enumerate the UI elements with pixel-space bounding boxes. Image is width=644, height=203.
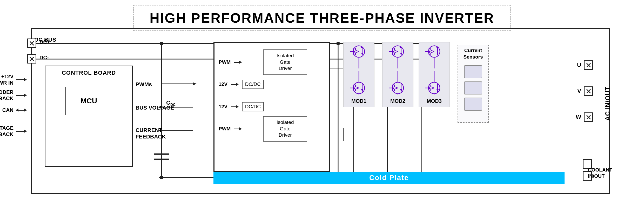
svg-line-69 xyxy=(394,50,398,52)
can-input-group: CAN xyxy=(1,107,28,113)
svg-line-43 xyxy=(355,50,359,52)
encoder-label: ENCODERFEEDBACK xyxy=(0,89,14,102)
mcu-box: MCU xyxy=(65,87,112,115)
encoder-input-group: ENCODERFEEDBACK xyxy=(0,89,28,102)
mod1-lower-igbt xyxy=(350,71,368,94)
svg-line-108 xyxy=(431,87,434,88)
pwm-bottom-label: PWM xyxy=(219,126,231,132)
12v-input-group: +12VPWR IN xyxy=(0,73,28,86)
dcdc-bottom: DC/DC xyxy=(242,102,264,111)
svg-marker-28 xyxy=(193,82,197,85)
dc-plus-connector xyxy=(27,39,36,48)
dc-minus-label: DC- xyxy=(39,55,49,61)
svg-line-96 xyxy=(431,52,434,53)
pwm-bottom-arrow xyxy=(234,129,242,129)
isolated-gate-driver-top: IsolatedGateDriver xyxy=(263,49,307,75)
pwm-top-arrow xyxy=(234,62,242,63)
encoder-arrow xyxy=(16,95,26,96)
mod3-label: MOD3 xyxy=(427,98,442,104)
svg-marker-97 xyxy=(429,51,431,53)
dcdc-top: DC/DC xyxy=(242,80,264,89)
voltage-input-group: VOLTAGEFEEDBACK xyxy=(0,125,28,137)
svg-point-8 xyxy=(160,42,163,45)
w-phase-label: W xyxy=(576,114,581,120)
v12-top-label: 12V xyxy=(219,81,227,87)
mod3-module: MOD3 xyxy=(419,42,450,107)
w-connector xyxy=(584,112,593,122)
u-connector xyxy=(584,60,593,70)
can-arrow xyxy=(16,110,26,111)
gate-driver-top-area: PWM IsolatedGateDriver 12V DC/DC xyxy=(214,43,329,92)
page-container: HIGH PERFORMANCE THREE-PHASE INVERTER xyxy=(0,0,644,203)
v12-bottom-label: 12V xyxy=(219,104,227,110)
dc-plus-label: DC+ xyxy=(39,39,50,45)
svg-line-83 xyxy=(394,88,398,89)
cold-plate-label: Cold Plate xyxy=(369,174,409,182)
svg-line-70 xyxy=(394,52,398,53)
voltage-arrow xyxy=(16,131,26,132)
cdc-label: CDC xyxy=(166,99,176,107)
gate-driver-bottom-area: 12V DC/DC PWM IsolatedGateDriver xyxy=(214,99,329,144)
svg-line-44 xyxy=(355,52,359,53)
v12-top-arrow xyxy=(231,84,238,85)
pwm-top-label: PWM xyxy=(219,59,231,65)
w-phase-row: W xyxy=(576,112,593,122)
svg-line-56 xyxy=(355,87,359,88)
v-connector xyxy=(584,86,593,96)
coolant-label: COOLANTIN/OUT xyxy=(588,167,612,180)
mod2-upper-igbt xyxy=(389,45,407,68)
mod3-upper-igbt xyxy=(425,45,443,68)
svg-line-95 xyxy=(431,50,434,52)
current-feedback-label: CURRENTFEEDBACK xyxy=(136,127,166,140)
cold-plate: Cold Plate xyxy=(213,172,565,184)
svg-marker-110 xyxy=(429,87,431,89)
dc-minus-connector xyxy=(27,54,36,64)
v12-bottom-arrow xyxy=(231,106,238,107)
12v-label: +12VPWR IN xyxy=(0,73,14,86)
mod1-upper-igbt xyxy=(350,45,368,68)
isolated-gate-driver-bottom: IsolatedGateDriver xyxy=(263,116,307,142)
svg-point-9 xyxy=(160,176,163,179)
outer-box: DC BUS DC+ DC- +12VPWR IN ENCODERFEEDBAC… xyxy=(31,28,610,194)
can-label: CAN xyxy=(1,107,14,113)
svg-marker-71 xyxy=(393,51,394,53)
mod2-lower-igbt xyxy=(389,71,407,94)
svg-marker-58 xyxy=(354,87,355,89)
mod2-module: MOD2 xyxy=(382,42,413,107)
u-phase-row: U xyxy=(577,60,593,70)
u-phase-label: U xyxy=(577,62,581,68)
mod3-lower-igbt xyxy=(425,71,443,94)
control-board: CONTROL BOARD MCU xyxy=(45,66,133,167)
current-sensors-label: CurrentSensors xyxy=(464,47,483,60)
mod1-label: MOD1 xyxy=(351,98,366,104)
control-board-label: CONTROL BOARD xyxy=(45,66,132,76)
mod2-label: MOD2 xyxy=(390,98,405,104)
v-phase-row: V xyxy=(577,86,593,96)
mcu-label: MCU xyxy=(81,97,97,105)
12v-arrow xyxy=(16,79,26,80)
svg-marker-84 xyxy=(393,87,394,89)
svg-marker-45 xyxy=(354,51,355,53)
main-title: HIGH PERFORMANCE THREE-PHASE INVERTER xyxy=(133,5,511,31)
mod1-module: MOD1 xyxy=(343,42,374,107)
svg-line-109 xyxy=(431,88,434,89)
gate-driver-section: PWM IsolatedGateDriver 12V DC/DC xyxy=(213,42,330,172)
svg-line-57 xyxy=(355,88,359,89)
svg-line-82 xyxy=(394,87,398,88)
v-phase-label: V xyxy=(577,88,581,94)
current-sensors-box: CurrentSensors xyxy=(458,45,489,123)
ac-inout-label: AC IN/OUT xyxy=(604,86,611,121)
svg-point-10 xyxy=(336,42,340,45)
pwms-output-label: PWMs xyxy=(136,81,152,87)
voltage-label: VOLTAGEFEEDBACK xyxy=(0,125,14,137)
